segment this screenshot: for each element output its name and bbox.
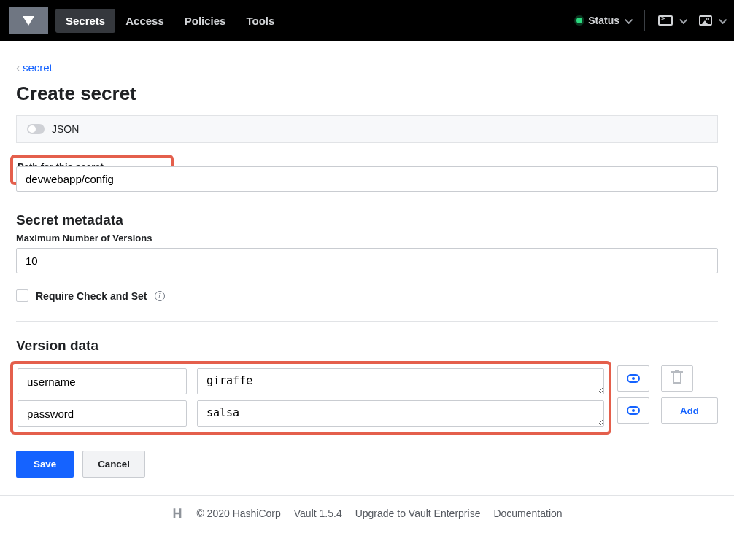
require-cas-label: Require Check and Set (36, 290, 147, 302)
kv-row: giraffe (18, 368, 604, 394)
status-menu[interactable]: Status (576, 15, 631, 26)
user-menu[interactable] (699, 15, 725, 26)
trash-icon (673, 373, 681, 384)
cancel-button[interactable]: Cancel (82, 451, 145, 478)
info-icon[interactable]: i (155, 291, 165, 301)
hashicorp-logo-icon (171, 508, 183, 519)
kv-row: salsa (18, 400, 604, 427)
nav-items: Secrets Access Policies Tools (55, 9, 285, 33)
json-toggle[interactable] (27, 124, 45, 134)
console-menu[interactable] (658, 15, 686, 26)
eye-icon (627, 406, 640, 415)
nav-policies[interactable]: Policies (174, 9, 236, 33)
eye-icon (627, 374, 640, 383)
breadcrumb-back-icon: ‹ (16, 61, 20, 74)
footer-docs-link[interactable]: Documentation (493, 508, 562, 519)
footer-version-link[interactable]: Vault 1.5.4 (294, 508, 342, 519)
footer-upgrade-link[interactable]: Upgrade to Vault Enterprise (355, 508, 481, 519)
status-indicator-icon (576, 18, 582, 23)
kv-value-input[interactable]: salsa (197, 400, 604, 427)
chevron-down-icon (719, 16, 727, 24)
add-row-button[interactable]: Add (661, 397, 718, 424)
max-versions-label: Maximum Number of Versions (16, 233, 718, 244)
version-data-highlight: giraffe salsa (10, 361, 611, 435)
breadcrumb: ‹ secret (16, 61, 718, 74)
vault-logo[interactable] (9, 7, 48, 34)
status-label: Status (588, 15, 619, 26)
nav-separator (644, 10, 645, 31)
kv-key-input[interactable] (18, 400, 187, 427)
max-versions-input[interactable] (16, 248, 718, 273)
nav-tools[interactable]: Tools (236, 9, 285, 33)
nav-access[interactable]: Access (115, 9, 174, 33)
chevron-down-icon (679, 16, 687, 24)
metadata-heading: Secret metadata (16, 212, 718, 228)
json-toggle-bar: JSON (16, 115, 718, 143)
nav-secrets[interactable]: Secrets (55, 9, 115, 33)
kv-key-input[interactable] (18, 368, 187, 394)
path-input[interactable] (16, 166, 718, 192)
kv-value-input[interactable]: giraffe (197, 368, 604, 394)
reveal-button[interactable] (617, 397, 649, 424)
section-separator (16, 321, 718, 322)
delete-row-button[interactable] (661, 365, 693, 392)
json-toggle-label: JSON (52, 123, 79, 135)
breadcrumb-link[interactable]: secret (23, 61, 53, 74)
terminal-icon (658, 15, 673, 26)
user-icon (699, 15, 712, 26)
chevron-down-icon (625, 16, 633, 24)
footer-copyright: © 2020 HashiCorp (196, 508, 280, 519)
require-cas-checkbox[interactable] (16, 289, 28, 302)
reveal-button[interactable] (617, 365, 649, 392)
version-data-heading: Version data (16, 338, 718, 354)
footer: © 2020 HashiCorp Vault 1.5.4 Upgrade to … (0, 495, 734, 532)
page-title: Create secret (16, 82, 718, 105)
save-button[interactable]: Save (16, 451, 74, 478)
vault-logo-icon (23, 16, 34, 26)
top-nav: Secrets Access Policies Tools Status (0, 0, 734, 41)
